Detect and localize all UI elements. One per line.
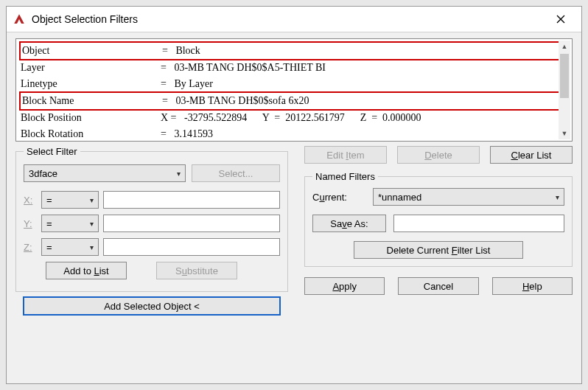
list-row-value: = 03-MB TANG DH$0$sofa 6x20 — [162, 93, 309, 109]
list-row-value: = 03-MB TANG DH$0$A5-THIET BI — [161, 60, 326, 76]
titlebar: Object Selection Filters — [7, 7, 581, 32]
cancel-button[interactable]: Cancel — [398, 277, 478, 295]
scroll-down-icon[interactable]: ▼ — [559, 128, 570, 139]
save-as-button[interactable]: Save As: — [312, 215, 386, 232]
select-filter-group: Select Filter 3dface Select... — [15, 146, 288, 292]
x-op-combo[interactable]: = — [41, 191, 99, 209]
y-value-input[interactable] — [103, 215, 280, 232]
list-row-value: = Block — [162, 43, 200, 59]
named-filters-group: Named Filters Current: *unnamed Save As: — [304, 171, 573, 267]
clear-list-button[interactable]: Clear List — [490, 146, 573, 164]
y-op-combo[interactable]: = — [41, 215, 99, 232]
list-row-key: Linetype — [21, 76, 161, 92]
add-selected-object-button[interactable]: Add Selected Object < — [23, 296, 281, 316]
current-label: Current: — [312, 192, 365, 203]
edit-item-button: Edit Item — [304, 146, 387, 164]
filter-type-value: 3dface — [29, 168, 57, 179]
z-value-input[interactable] — [103, 238, 280, 256]
list-row-key: Block Position — [21, 110, 161, 126]
list-row-key: Block Rotation — [21, 126, 161, 142]
substitute-button: Substitute — [156, 262, 237, 279]
delete-button: Delete — [397, 146, 480, 164]
list-row-value: = By Layer — [161, 76, 213, 92]
scroll-up-icon[interactable]: ▲ — [559, 41, 570, 52]
app-logo-icon — [13, 13, 26, 26]
x-label: X: — [24, 195, 37, 206]
list-row[interactable]: Layer= 03-MB TANG DH$0$A5-THIET BI — [21, 60, 559, 76]
y-label: Y: — [24, 218, 37, 229]
list-row-key: Block Name — [22, 93, 162, 109]
select-button: Select... — [192, 164, 280, 182]
filter-list[interactable]: Object= BlockLayer= 03-MB TANG DH$0$A5-T… — [15, 38, 573, 142]
close-button[interactable] — [546, 9, 575, 29]
apply-button[interactable]: Apply — [304, 277, 385, 295]
list-row[interactable]: Linetype= By Layer — [21, 76, 559, 92]
list-row-value: = 3.141593 — [161, 126, 213, 142]
current-filter-combo[interactable]: *unnamed — [373, 188, 564, 206]
named-filters-legend: Named Filters — [312, 171, 378, 182]
dialog-window: Object Selection Filters Object= BlockLa… — [6, 6, 582, 384]
list-row[interactable]: Block PositionX = -32795.522894 Y = 2012… — [21, 110, 559, 126]
list-row-value: X = -32795.522894 Y = 20122.561797 Z = 0… — [161, 110, 421, 126]
dialog-content: Object= BlockLayer= 03-MB TANG DH$0$A5-T… — [7, 32, 581, 383]
add-to-list-button[interactable]: Add to List — [46, 262, 127, 279]
scrollbar[interactable]: ▲ ▼ — [559, 41, 570, 139]
select-filter-legend: Select Filter — [24, 146, 80, 157]
x-value-input[interactable] — [103, 191, 280, 209]
list-row[interactable]: Block Name= 03-MB TANG DH$0$sofa 6x20 — [19, 91, 560, 111]
help-button[interactable]: Help — [492, 277, 573, 295]
z-op-combo[interactable]: = — [41, 238, 99, 256]
window-title: Object Selection Filters — [32, 13, 546, 25]
scroll-thumb[interactable] — [560, 54, 569, 98]
list-row-key: Object — [22, 43, 162, 59]
list-row-key: Layer — [21, 60, 161, 76]
close-icon — [556, 15, 565, 24]
filter-type-combo[interactable]: 3dface — [24, 164, 186, 182]
list-row[interactable]: Object= Block — [19, 41, 560, 60]
delete-current-filter-button[interactable]: Delete Current Filter List — [354, 241, 523, 259]
list-row[interactable]: Block Rotation= 3.141593 — [21, 126, 559, 142]
z-label: Z: — [24, 242, 37, 253]
save-as-input[interactable] — [393, 215, 564, 232]
